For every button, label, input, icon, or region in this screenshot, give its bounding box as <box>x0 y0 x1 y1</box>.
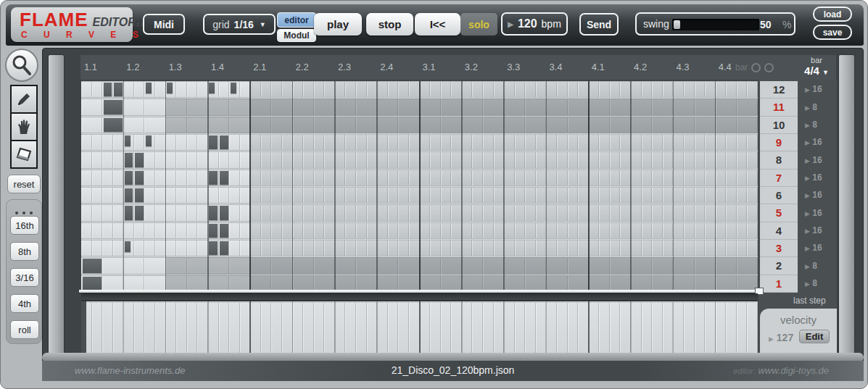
step-cell[interactable] <box>388 205 399 220</box>
step-cell[interactable] <box>134 135 145 150</box>
step-cell[interactable] <box>536 152 547 167</box>
step-cell[interactable] <box>589 170 600 185</box>
note-step-row3-s5[interactable] <box>125 241 131 252</box>
step-cell[interactable] <box>610 170 621 185</box>
step-cell[interactable] <box>113 223 124 238</box>
step-cell[interactable] <box>483 205 494 220</box>
step-cell[interactable] <box>716 188 727 203</box>
step-cell[interactable] <box>345 188 356 203</box>
step-cell[interactable] <box>726 188 737 203</box>
step-cell[interactable] <box>229 170 240 185</box>
step-cell[interactable] <box>546 205 557 220</box>
step-cell[interactable] <box>716 152 727 167</box>
step-cell[interactable] <box>356 170 367 185</box>
step-cell[interactable] <box>568 170 579 185</box>
step-cell[interactable] <box>335 223 346 238</box>
step-cell[interactable] <box>546 82 557 97</box>
step-cell[interactable] <box>652 170 663 185</box>
note-step-row3-s13[interactable] <box>209 241 218 255</box>
step-cell[interactable] <box>166 152 177 167</box>
step-cell[interactable] <box>620 82 631 97</box>
step-cell[interactable] <box>113 205 124 220</box>
velocity-cell[interactable] <box>504 303 515 354</box>
step-cell[interactable] <box>504 135 515 150</box>
step-cell[interactable] <box>557 82 568 97</box>
step-cell[interactable] <box>261 135 272 150</box>
step-cell[interactable] <box>324 135 335 150</box>
velocity-cell[interactable] <box>726 303 737 354</box>
velocity-cell[interactable] <box>663 303 674 354</box>
velocity-cell[interactable] <box>314 303 325 354</box>
row-resolution-7[interactable]: ▶ 16 <box>805 172 822 183</box>
row-resolution-5[interactable]: ▶ 16 <box>805 208 822 218</box>
step-cell[interactable] <box>483 188 494 203</box>
step-cell[interactable] <box>166 205 177 220</box>
step-cell[interactable] <box>250 170 261 185</box>
row-resolution-12[interactable]: ▶ 16 <box>805 84 822 94</box>
step-cell[interactable] <box>546 152 557 167</box>
velocity-lane[interactable] <box>81 300 758 355</box>
step-cell[interactable] <box>652 205 663 220</box>
step-cell[interactable] <box>557 135 568 150</box>
zoom-tool-button[interactable] <box>5 49 38 82</box>
note-step-row7-s14[interactable] <box>220 171 228 185</box>
step-cell[interactable] <box>388 135 399 150</box>
step-cell[interactable] <box>578 205 589 220</box>
step-cell[interactable] <box>610 223 621 238</box>
step-cell[interactable] <box>176 188 187 203</box>
step-cell[interactable] <box>240 240 251 256</box>
step-cell[interactable] <box>673 152 684 167</box>
step-cell[interactable] <box>652 188 663 203</box>
step-cell[interactable] <box>176 82 187 97</box>
step-cell[interactable] <box>589 205 600 220</box>
step-cell[interactable] <box>197 170 208 185</box>
step-cell[interactable] <box>367 223 378 238</box>
step-cell[interactable] <box>663 82 674 97</box>
step-cell[interactable] <box>620 188 631 203</box>
step-cell[interactable] <box>684 82 695 97</box>
step-cell[interactable] <box>293 82 304 97</box>
step-cell[interactable] <box>747 135 758 150</box>
row-number-9[interactable]: 9 <box>760 134 798 151</box>
step-cell[interactable] <box>282 205 293 220</box>
step-cell[interactable] <box>324 188 335 203</box>
step-cell[interactable] <box>250 82 261 97</box>
note-step-row8-s6[interactable] <box>135 153 144 167</box>
step-cell[interactable] <box>293 170 304 185</box>
step-cell[interactable] <box>187 188 198 203</box>
step-cell[interactable] <box>578 135 589 150</box>
play-button[interactable]: play <box>314 13 362 35</box>
step-cell[interactable] <box>483 223 494 238</box>
step-cell[interactable] <box>155 205 166 220</box>
step-cell[interactable] <box>324 223 335 238</box>
step-cell[interactable] <box>293 188 304 203</box>
step-cell[interactable] <box>663 170 674 185</box>
step-cell[interactable] <box>409 82 420 97</box>
step-cell[interactable] <box>166 223 177 238</box>
step-cell[interactable] <box>430 82 441 97</box>
step-cell[interactable] <box>451 135 462 150</box>
step-cell[interactable] <box>303 188 314 203</box>
step-cell[interactable] <box>726 205 737 220</box>
note-step-row12-s13[interactable] <box>209 83 215 93</box>
step-cell[interactable] <box>123 258 144 273</box>
step-cell[interactable] <box>388 188 399 203</box>
step-cell[interactable] <box>747 205 758 220</box>
step-cell[interactable] <box>144 258 165 273</box>
step-cell[interactable] <box>155 188 166 203</box>
note-step-row12-s9[interactable] <box>167 83 173 93</box>
row-number-4[interactable]: 4 <box>760 222 798 240</box>
step-cell[interactable] <box>568 188 579 203</box>
step-cell[interactable] <box>705 188 716 203</box>
velocity-cell[interactable] <box>525 303 536 354</box>
step-cell[interactable] <box>525 240 536 256</box>
step-cell[interactable] <box>494 170 505 185</box>
step-cell[interactable] <box>113 240 124 256</box>
step-cell[interactable] <box>176 170 187 185</box>
row-number-11[interactable]: 11 <box>760 99 798 116</box>
step-cell[interactable] <box>324 205 335 220</box>
step-cell[interactable] <box>324 170 335 185</box>
step-cell[interactable] <box>620 135 631 150</box>
pencil-tool-button[interactable] <box>12 86 36 112</box>
step-cell[interactable] <box>398 205 409 220</box>
